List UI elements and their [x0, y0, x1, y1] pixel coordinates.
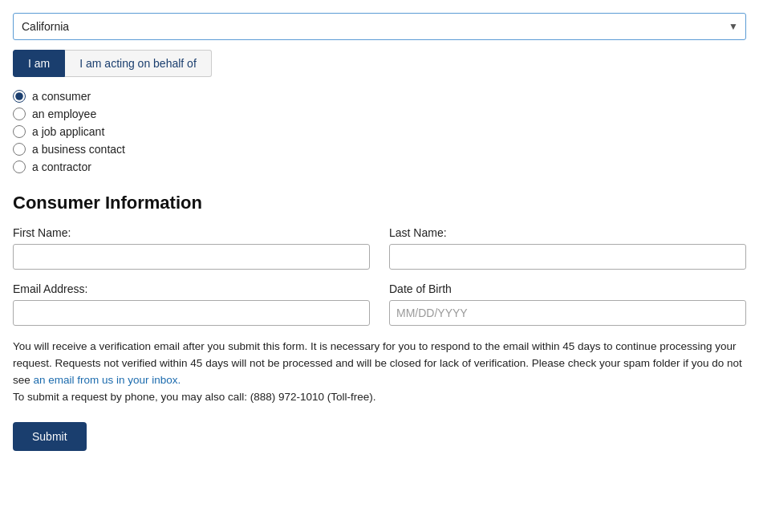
section-heading: Consumer Information: [13, 193, 746, 213]
radio-business-contact-input[interactable]: [13, 143, 26, 156]
name-row: First Name: Last Name:: [13, 226, 746, 270]
submit-button[interactable]: Submit: [13, 422, 87, 451]
radio-employee-input[interactable]: [13, 108, 26, 120]
radio-contractor-label: a contractor: [32, 160, 91, 173]
radio-business-contact[interactable]: a business contact: [13, 143, 746, 156]
last-name-label: Last Name:: [389, 226, 746, 239]
radio-job-applicant-input[interactable]: [13, 125, 26, 138]
radio-job-applicant-label: a job applicant: [32, 125, 104, 138]
tab-on-behalf[interactable]: I am acting on behalf of: [65, 50, 212, 77]
radio-employee-label: an employee: [32, 108, 96, 120]
dob-input[interactable]: [389, 300, 746, 326]
state-select-wrapper: California Other State ▼: [13, 13, 746, 40]
radio-consumer-label: a consumer: [32, 90, 91, 103]
email-dob-row: Email Address: Date of Birth: [13, 282, 746, 326]
notice-text: You will receive a verification email af…: [13, 339, 746, 406]
radio-business-contact-label: a business contact: [32, 143, 125, 156]
tab-row: I am I am acting on behalf of: [13, 50, 746, 77]
radio-employee[interactable]: an employee: [13, 108, 746, 120]
radio-consumer[interactable]: a consumer: [13, 90, 746, 103]
first-name-group: First Name:: [13, 226, 370, 270]
radio-contractor[interactable]: a contractor: [13, 160, 746, 173]
last-name-input[interactable]: [389, 244, 746, 270]
tab-i-am[interactable]: I am: [13, 50, 65, 77]
email-group: Email Address:: [13, 282, 370, 326]
last-name-group: Last Name:: [389, 226, 746, 270]
state-select[interactable]: California Other State: [13, 13, 746, 40]
dob-group: Date of Birth: [389, 282, 746, 326]
radio-group: a consumer an employee a job applicant a…: [13, 90, 746, 173]
first-name-input[interactable]: [13, 244, 370, 270]
notice-phone: To submit a request by phone, you may al…: [13, 391, 375, 403]
dob-label: Date of Birth: [389, 282, 746, 295]
radio-job-applicant[interactable]: a job applicant: [13, 125, 746, 138]
first-name-label: First Name:: [13, 226, 370, 239]
radio-consumer-input[interactable]: [13, 90, 26, 103]
radio-contractor-input[interactable]: [13, 160, 26, 173]
email-input[interactable]: [13, 300, 370, 326]
notice-link[interactable]: an email from us in your inbox.: [34, 374, 181, 386]
email-label: Email Address:: [13, 282, 370, 295]
